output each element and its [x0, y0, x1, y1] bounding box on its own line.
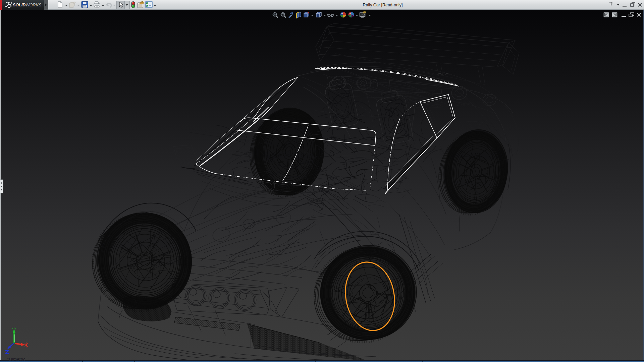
svg-text:SOLID: SOLID [13, 3, 25, 7]
svg-text:*Dimetric: *Dimetric [7, 357, 25, 362]
svg-text:Rally Car [Read-only]: Rally Car [Read-only] [363, 3, 403, 7]
svg-text:WORKS: WORKS [25, 3, 42, 7]
